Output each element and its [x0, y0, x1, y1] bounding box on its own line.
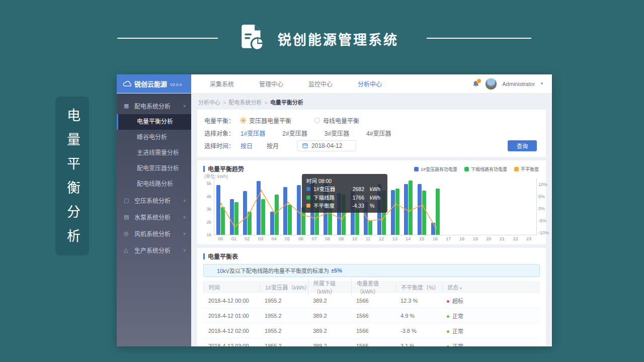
y-axis-right-tick: 10% [538, 182, 547, 187]
sidebar-group-label: 配电系统分析 [134, 102, 171, 110]
x-axis-tick: 11 [361, 236, 374, 241]
x-axis-tick: 19 [469, 236, 482, 241]
object-option-4[interactable]: 4#变压器 [366, 129, 391, 137]
top-nav-item-3[interactable]: 分析中心 [345, 79, 394, 88]
tooltip-series-chip [306, 204, 310, 208]
sidebar-group-label: 生产系统分析 [134, 246, 171, 254]
table-header-4: 不平衡度（%） [395, 283, 442, 291]
status-label: 超标 [452, 298, 463, 304]
grid-icon: ▦ [124, 103, 131, 109]
balance-trend-chart-card: 电量平衡趋势 (单位: kWh) 1#变压器有功电量下端线路有功电量不平衡度 1… [197, 160, 546, 244]
breadcrumb-separator: > [223, 100, 226, 106]
object-option-3[interactable]: 3#变压器 [325, 129, 349, 137]
vertical-title-text: 电量平衡分析 [65, 108, 79, 253]
sidebar-group-label: 空压系统分析 [134, 196, 171, 205]
header-divider-left [117, 38, 218, 39]
radio-busbar-balance[interactable]: 母线电量平衡 [314, 116, 359, 125]
app-window: 锐创云能源 V2.0.0 采集系统管理中心监控中心分析中心 Administra… [117, 74, 552, 346]
sidebar-group-7[interactable]: ▤水泵系统分析∨ [117, 209, 191, 225]
chart-tooltip: 时间 08:00 1#变压器 2682 kWh 下端线路 1766 kWh [302, 174, 387, 213]
object-option-1[interactable]: 1#变压器 [240, 129, 265, 137]
radio-label: 变压器电量平衡 [249, 116, 291, 125]
notification-bell-icon[interactable] [472, 80, 480, 88]
table-cell: -3.8 % [395, 328, 442, 334]
radio-transformer-balance[interactable]: 变压器电量平衡 [240, 116, 291, 125]
chevron-down-icon: ∨ [183, 104, 186, 108]
status-dot [447, 330, 449, 333]
legend-item-1[interactable]: 下端线路有功电量 [464, 166, 507, 172]
sidebar-item-3[interactable]: 主进线需量分析 [117, 145, 191, 161]
breadcrumb-separator: > [264, 100, 267, 106]
date-picker[interactable]: 2018-04-12 [297, 140, 356, 151]
tooltip-series-chip [306, 196, 310, 200]
query-button[interactable]: 查询 [508, 140, 537, 151]
chevron-down-icon[interactable]: ▼ [540, 81, 544, 86]
tooltip-series-chip [306, 187, 310, 191]
x-axis-tick: 10 [348, 236, 361, 241]
legend-item-0[interactable]: 1#变压器有功电量 [414, 166, 457, 172]
legend-item-2[interactable]: 不平衡度 [514, 166, 539, 172]
top-nav-item-0[interactable]: 采集系统 [197, 79, 247, 88]
topbar-right: Administrator ▼ [472, 74, 552, 93]
y-axis-right-tick: -5% [538, 218, 546, 223]
table-row: 2018-4-12 02:001955.2389.21566-3.8 %正常 [203, 323, 540, 338]
sidebar-group-label: 风机系统分析 [134, 229, 171, 238]
status-badge: 正常 [442, 342, 540, 347]
sort-caret-icon[interactable]: ▾ [460, 286, 462, 291]
app-logo[interactable]: 锐创云能源 V2.0.0 [117, 74, 191, 93]
main-content: 分析中心>配电系统分析>电量平衡分析 电量平衡： 变压器电量平衡 母线电量平衡 [191, 94, 552, 346]
y-axis-left-tick: 1k [198, 232, 211, 237]
breadcrumb-item-0[interactable]: 分析中心 [198, 100, 220, 106]
table-cell: 2018-4-12 01:00 [203, 313, 260, 319]
time-option-day[interactable]: 按日 [240, 141, 253, 150]
calendar-icon [302, 143, 308, 148]
legend-chip [514, 167, 519, 171]
x-axis-tick: 18 [455, 236, 468, 241]
chevron-down-icon: ∨ [183, 248, 186, 252]
table-row: 2018-4-12 00:001955.2389.2156612.3 %超标 [203, 293, 540, 308]
table-cell: 4.9 % [395, 313, 442, 319]
sidebar-group-0[interactable]: ▦配电系统分析∨ [117, 98, 191, 114]
table-header-2: 所属下级（kWh） [308, 279, 351, 295]
breadcrumb-item-1[interactable]: 配电系统分析 [228, 100, 262, 106]
table-cell: 2018-4-12 00:00 [203, 298, 260, 304]
status-label: 正常 [452, 328, 463, 334]
breadcrumb-item-2: 电量平衡分析 [270, 100, 303, 106]
x-axis-tick: 06 [294, 236, 307, 241]
cloud-icon [123, 80, 131, 87]
table-header-5[interactable]: 状态▾ [442, 283, 540, 291]
breadcrumb: 分析中心>配电系统分析>电量平衡分析 [191, 94, 552, 110]
x-axis-tick: 14 [401, 236, 415, 241]
top-navigation: 采集系统管理中心监控中心分析中心 [197, 74, 394, 93]
object-option-2[interactable]: 2#变压器 [282, 129, 307, 137]
sidebar-item-4[interactable]: 配电变压器分析 [117, 161, 191, 176]
sidebar-group-6[interactable]: ▢空压系统分析∨ [117, 192, 191, 209]
sidebar-group-9[interactable]: △生产系统分析∨ [117, 242, 191, 258]
table-title: 电量平衡表 [197, 248, 546, 260]
balance-table-card: 电量平衡表 10kV及以下配电线路的电量不平衡度的标准为 ±5% 时间1#变压器… [197, 248, 546, 346]
x-axis-tick: 05 [281, 236, 294, 241]
table-cell: 1955.2 [260, 313, 308, 319]
document-chart-logo-icon [237, 23, 267, 52]
x-axis-tick: 07 [308, 236, 321, 241]
avatar[interactable] [485, 78, 497, 90]
x-axis-tick: 20 [482, 236, 495, 241]
top-nav-item-2[interactable]: 监控中心 [296, 79, 345, 88]
table-header-3: 电量差值（kWh） [351, 279, 395, 295]
sidebar-item-2[interactable]: 峰谷电分析 [117, 130, 191, 145]
fan-icon: ◎ [124, 230, 131, 237]
status-label: 正常 [452, 343, 463, 347]
sidebar-item-1[interactable]: 电量平衡分析 [117, 114, 191, 130]
x-axis-tick: 04 [268, 236, 281, 241]
time-option-month[interactable]: 按月 [267, 141, 279, 150]
sidebar-group-8[interactable]: ◎风机系统分析∨ [117, 225, 191, 242]
top-nav-item-1[interactable]: 管理中心 [247, 79, 296, 88]
radio-selected-icon [240, 118, 246, 123]
status-dot [447, 315, 449, 318]
chevron-down-icon: ∨ [183, 199, 186, 203]
sidebar-item-5[interactable]: 配电线路分析 [117, 176, 191, 192]
legend-label: 下端线路有功电量 [471, 166, 507, 172]
x-axis-tick: 17 [442, 236, 455, 241]
balance-filter-label: 电量平衡： [204, 116, 240, 125]
table-row: 2018-4-12 03:001955.2389.215663.1 %正常 [203, 338, 540, 346]
